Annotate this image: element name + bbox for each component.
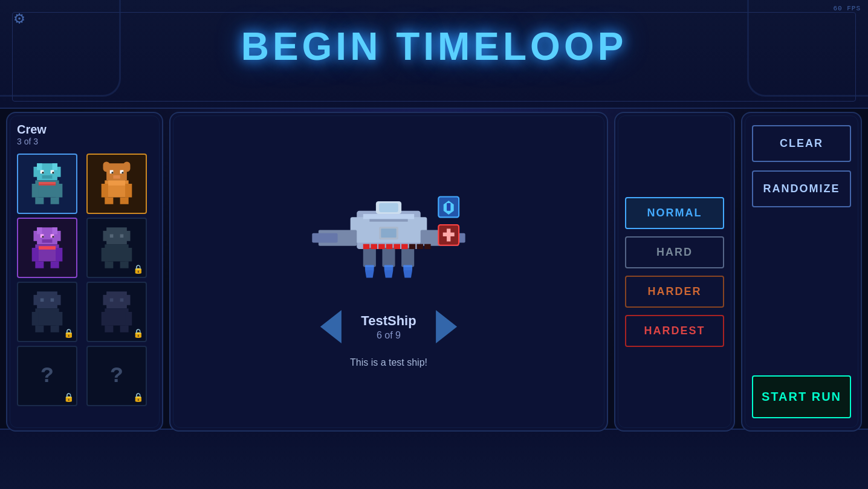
svg-rect-73: [102, 312, 108, 326]
svg-rect-101: [386, 244, 393, 248]
svg-rect-19: [123, 161, 130, 172]
svg-rect-91: [384, 265, 394, 270]
crew-slot-5[interactable]: 🔒: [17, 282, 77, 342]
svg-rect-64: [56, 312, 62, 326]
difficulty-hardest-button[interactable]: HARDEST: [625, 315, 724, 347]
page-title: BEGIN TIMELOOP: [0, 24, 868, 69]
svg-rect-102: [394, 244, 400, 248]
clear-button[interactable]: CLEAR: [752, 125, 851, 162]
svg-rect-34: [37, 227, 42, 234]
svg-rect-97: [381, 228, 396, 238]
svg-rect-104: [409, 244, 416, 248]
difficulty-hard-button[interactable]: HARD: [625, 236, 724, 268]
svg-rect-82: [312, 233, 337, 242]
start-run-button[interactable]: START RUN: [752, 375, 851, 418]
action-panel: CLEAR RANDOMIZE START RUN: [741, 112, 862, 432]
svg-rect-46: [39, 246, 56, 250]
crew-slot-6[interactable]: 🔒: [86, 282, 147, 342]
svg-rect-89: [401, 248, 414, 267]
svg-rect-55: [105, 262, 113, 268]
difficulty-normal-button[interactable]: NORMAL: [625, 197, 724, 229]
svg-rect-24: [113, 175, 120, 179]
crew-slot-4[interactable]: 🔒: [86, 218, 147, 278]
svg-rect-80: [369, 219, 407, 221]
svg-marker-93: [365, 270, 374, 277]
svg-rect-27: [125, 184, 132, 198]
lock-icon-4: 🔒: [133, 264, 143, 274]
crew-count: 3 of 3: [17, 137, 152, 146]
svg-rect-68: [103, 295, 110, 305]
svg-rect-16: [39, 182, 56, 184]
svg-rect-35: [52, 227, 57, 234]
svg-rect-106: [424, 244, 431, 248]
crew-avatar-1: [20, 157, 74, 211]
svg-rect-30: [108, 180, 125, 185]
ship-display: [286, 176, 491, 297]
svg-rect-69: [123, 295, 130, 305]
svg-rect-76: [120, 326, 129, 332]
svg-rect-79: [363, 214, 414, 219]
crew-header: Crew 3 of 3: [17, 123, 152, 146]
lock-icon-8: 🔒: [133, 392, 143, 403]
svg-rect-61: [51, 299, 54, 302]
svg-rect-86: [379, 203, 398, 212]
ship-panel: TestShip 6 of 9 This is a test ship!: [169, 112, 608, 432]
svg-rect-99: [371, 244, 377, 248]
prev-ship-button[interactable]: [319, 309, 343, 345]
svg-rect-38: [42, 236, 44, 238]
svg-rect-44: [35, 262, 44, 268]
lock-icon-6: 🔒: [133, 328, 143, 338]
svg-rect-22: [112, 172, 114, 173]
fps-counter: 60 FPS: [833, 5, 861, 12]
difficulty-panel: NORMAL HARD HARDER HARDEST: [614, 112, 735, 432]
svg-rect-40: [42, 239, 53, 243]
svg-rect-14: [51, 198, 59, 204]
question-mark-7: ?: [40, 364, 54, 389]
svg-rect-8: [52, 172, 54, 173]
svg-rect-7: [42, 172, 44, 173]
lock-icon-5: 🔒: [63, 328, 74, 338]
svg-rect-71: [120, 299, 124, 302]
crew-panel: Crew 3 of 3: [6, 112, 163, 432]
ship-info: TestShip 6 of 9: [361, 313, 416, 341]
ship-image: [298, 179, 479, 294]
svg-rect-48: [103, 231, 110, 241]
difficulty-harder-button[interactable]: HARDER: [625, 276, 724, 308]
crew-slot-1[interactable]: [17, 154, 77, 214]
svg-rect-49: [123, 231, 130, 241]
svg-rect-28: [105, 198, 113, 204]
question-mark-8: ?: [110, 364, 123, 389]
svg-rect-54: [125, 248, 132, 262]
svg-rect-103: [401, 244, 408, 248]
svg-rect-26: [102, 184, 108, 198]
svg-rect-63: [32, 312, 39, 326]
svg-rect-98: [363, 244, 370, 248]
svg-rect-59: [54, 295, 60, 305]
crew-slot-2[interactable]: [86, 154, 147, 214]
crew-slot-8[interactable]: ? 🔒: [86, 346, 147, 406]
svg-rect-92: [403, 265, 412, 270]
svg-rect-29: [120, 198, 129, 204]
randomize-button[interactable]: RANDOMIZE: [752, 170, 851, 207]
svg-rect-65: [35, 326, 44, 332]
crew-avatar-2: [89, 157, 144, 211]
main-content: Crew 3 of 3: [6, 112, 862, 432]
svg-rect-87: [363, 248, 376, 267]
svg-rect-18: [103, 161, 110, 172]
svg-rect-4: [52, 163, 57, 170]
svg-rect-43: [56, 248, 62, 262]
crew-label: Crew: [17, 123, 152, 137]
crew-slot-3[interactable]: [17, 218, 77, 278]
svg-rect-60: [40, 299, 44, 302]
next-ship-button[interactable]: [435, 309, 459, 345]
svg-rect-90: [365, 265, 374, 270]
svg-rect-62: [35, 308, 59, 325]
svg-rect-50: [110, 235, 114, 238]
crew-slot-7[interactable]: ? 🔒: [17, 346, 77, 406]
svg-rect-66: [51, 326, 59, 332]
svg-rect-109: [447, 203, 450, 211]
svg-rect-45: [51, 262, 59, 268]
svg-rect-75: [105, 326, 113, 332]
lock-icon-7: 🔒: [63, 392, 74, 403]
ship-position: 6 of 9: [361, 330, 416, 341]
